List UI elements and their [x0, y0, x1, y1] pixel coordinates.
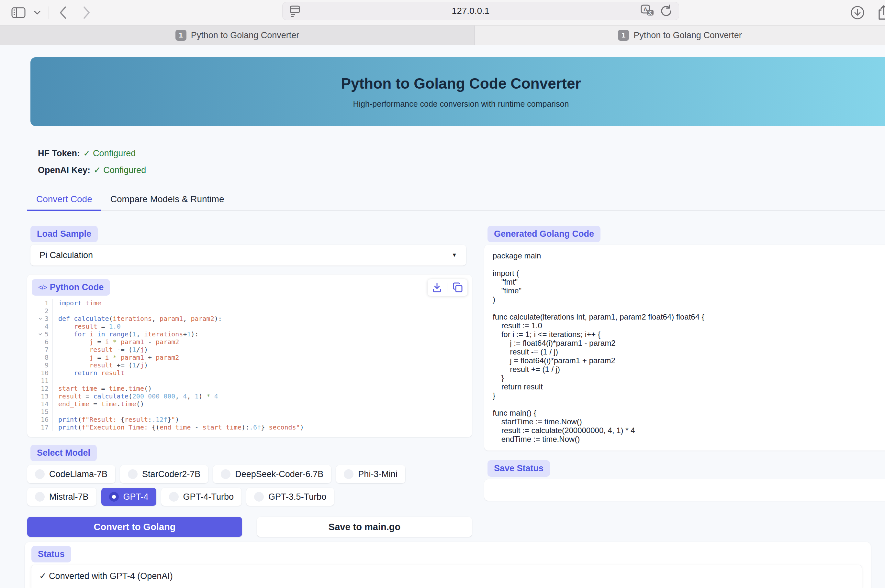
code-text: result = calculate(200_000_000, 4, 1) * …: [53, 392, 218, 400]
save-button[interactable]: Save to main.go: [257, 517, 472, 537]
golang-code-line: ): [493, 295, 885, 304]
code-text: start_time = time.time(): [53, 384, 152, 392]
config-status-value: ✓ Configured: [83, 148, 135, 158]
line-gutter: 1: [27, 299, 53, 307]
model-option-mistral-7b[interactable]: Mistral-7B: [27, 488, 96, 506]
model-option-deepseek-coder-6-7b[interactable]: DeepSeek-Coder-6.7B: [213, 465, 331, 483]
python-code-area[interactable]: 1import time2 3def calculate(iterations,…: [27, 299, 472, 431]
fold-spacer: [34, 401, 40, 407]
forward-button-icon[interactable]: [83, 6, 91, 20]
code-line: 5 for i in range(1, iterations+1):: [27, 330, 472, 338]
tab-bar: 1Python to Golang Converter1Python to Go…: [0, 25, 885, 45]
model-option-phi-3-mini[interactable]: Phi-3-Mini: [336, 465, 405, 483]
address-bar[interactable]: 127.0.0.1 A文: [282, 2, 679, 20]
code-text: import time: [53, 299, 101, 307]
fold-spacer: [38, 354, 44, 360]
sidebar-toggle-icon[interactable]: [11, 6, 26, 19]
golang-code-line: for i := 1; i <= iterations; i++ {: [493, 330, 885, 339]
svg-text:文: 文: [648, 10, 653, 15]
line-number: 4: [45, 322, 48, 330]
app-title: Python to Golang Code Converter: [341, 75, 581, 92]
model-option-gpt-4-turbo[interactable]: GPT-4-Turbo: [161, 488, 242, 506]
translate-icon[interactable]: A文: [641, 4, 654, 18]
radio-icon: [109, 492, 119, 502]
golang-code-line: package main: [493, 251, 885, 260]
code-icon: </>: [38, 284, 47, 292]
code-line: 7 result -= (1/j): [27, 346, 472, 354]
sample-selected-value: Pi Calculation: [39, 250, 93, 260]
sidebar-chevron-down-icon[interactable]: [34, 10, 41, 15]
line-number: 17: [41, 423, 48, 431]
status-message: ✓ Converted with GPT-4 (OpenAI): [39, 571, 173, 581]
golang-code-line: result := 1.0: [493, 321, 885, 330]
model-option-gpt-3-5-turbo[interactable]: GPT-3.5-Turbo: [246, 488, 334, 506]
select-model-label: Select Model: [30, 445, 97, 461]
radio-icon: [35, 492, 45, 502]
line-gutter: 11: [27, 377, 53, 384]
fold-spacer: [34, 386, 40, 392]
tab-compare-models-runtime[interactable]: Compare Models & Runtime: [101, 194, 233, 210]
radio-icon: [221, 469, 230, 479]
model-option-starcoder2-7b[interactable]: StarCoder2-7B: [120, 465, 208, 483]
code-line: 14end_time = time.time(): [27, 400, 472, 408]
radio-icon: [344, 469, 354, 479]
copy-code-icon[interactable]: [453, 282, 463, 293]
code-text: def calculate(iterations, param1, param2…: [53, 315, 222, 322]
dropdown-caret-icon: ▼: [452, 252, 457, 258]
share-icon[interactable]: [877, 5, 885, 20]
convert-button[interactable]: Convert to Golang: [27, 517, 242, 537]
code-line: 13result = calculate(200_000_000, 4, 1) …: [27, 392, 472, 400]
code-line: 1import time: [27, 299, 472, 307]
fold-chevron-icon[interactable]: [38, 316, 44, 321]
model-option-gpt-4[interactable]: GPT-4: [101, 488, 157, 506]
line-gutter: 13: [27, 392, 53, 400]
fold-spacer: [38, 300, 44, 306]
page-appearance-icon[interactable]: [289, 5, 301, 17]
app-header-banner: Python to Golang Code Converter High-per…: [30, 57, 885, 126]
model-option-codellama-7b[interactable]: CodeLlama-7B: [27, 465, 115, 483]
config-label: HF Token:: [38, 148, 80, 158]
line-gutter: 12: [27, 384, 53, 392]
save-status-area: [484, 479, 885, 501]
toolbar-divider: [48, 6, 49, 19]
line-gutter: 3: [27, 315, 53, 322]
golang-code-line: result += (1 / j): [493, 365, 885, 374]
model-option-label: Phi-3-Mini: [358, 469, 397, 479]
svg-text:A: A: [644, 6, 647, 13]
code-text: for i in range(1, iterations+1):: [53, 330, 199, 338]
fold-chevron-icon[interactable]: [38, 331, 44, 337]
line-number: 16: [41, 416, 48, 423]
download-code-icon[interactable]: [432, 282, 442, 293]
reload-icon[interactable]: [660, 4, 672, 18]
browser-window: 127.0.0.1 A文 1Python to Golang Converter…: [0, 0, 885, 588]
line-gutter: 8: [27, 354, 53, 361]
code-text: j = i * param1 + param2: [53, 354, 179, 361]
line-gutter: 4: [27, 322, 53, 330]
back-button-icon[interactable]: [59, 6, 67, 20]
downloads-icon[interactable]: [850, 5, 865, 20]
editor-toolbar: [427, 279, 467, 296]
golang-code-line: return result: [493, 382, 885, 391]
browser-tab[interactable]: 1Python to Golang Converter: [475, 26, 885, 45]
golang-code-area[interactable]: package main import ( "fmt" "time") func…: [484, 245, 885, 450]
code-line: 11: [27, 377, 472, 384]
sample-dropdown[interactable]: Pi Calculation ▼: [30, 245, 466, 266]
golang-code-line: [493, 400, 885, 408]
golang-code-line: j = float64(i)*param1 + param2: [493, 356, 885, 365]
line-number: 2: [45, 307, 48, 315]
browser-toolbar: 127.0.0.1 A文: [0, 0, 885, 25]
model-option-label: DeepSeek-Coder-6.7B: [235, 469, 324, 479]
line-number: 8: [45, 354, 48, 361]
code-line: 17print(f"Execution Time: {(end_time - s…: [27, 423, 472, 431]
golang-code-line: result := calculate(200000000, 4, 1) * 4: [493, 426, 885, 435]
fold-spacer: [34, 370, 40, 376]
url-text[interactable]: 127.0.0.1: [301, 6, 641, 16]
line-gutter: 14: [27, 400, 53, 408]
tab-convert-code[interactable]: Convert Code: [27, 194, 101, 211]
code-line: 10 return result: [27, 369, 472, 377]
golang-code-line: "time": [493, 286, 885, 295]
browser-tab[interactable]: 1Python to Golang Converter: [0, 26, 475, 45]
page-content: Python to Golang Code Converter High-per…: [0, 57, 885, 588]
fold-spacer: [38, 362, 44, 368]
golang-code-line: "fmt": [493, 278, 885, 286]
